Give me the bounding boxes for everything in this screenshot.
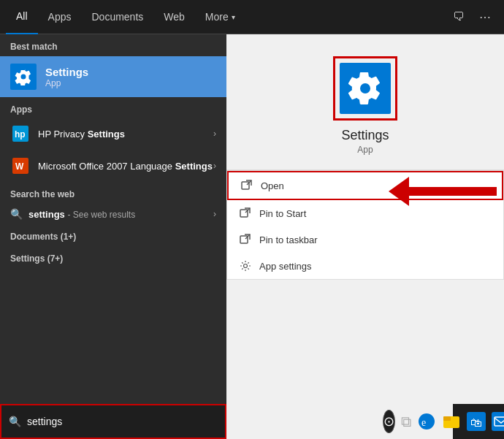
taskbar-explorer[interactable] xyxy=(442,408,461,435)
open-label: Open xyxy=(261,180,284,191)
list-item-ms-office[interactable]: W Microsoft Office 2007 Language Setting… xyxy=(0,150,226,182)
settings-app-icon xyxy=(10,64,37,90)
app-preview-sub: App xyxy=(357,145,373,155)
svg-text:hp: hp xyxy=(15,129,26,140)
apps-section-label: Apps xyxy=(0,97,226,118)
main-container: Best match Settings App Apps hp xyxy=(0,34,504,439)
best-match-sub: App xyxy=(45,78,88,88)
tab-all[interactable]: All xyxy=(6,0,38,34)
tab-more-label: More xyxy=(205,11,229,23)
tab-apps-label: Apps xyxy=(48,11,72,23)
search-web-item[interactable]: 🔍 settings - See web results › xyxy=(0,202,226,226)
taskbar-edge[interactable]: e xyxy=(417,408,436,435)
ms-office-text: Microsoft Office 2007 Language Settings xyxy=(38,161,213,172)
taskbar-store[interactable]: 🛍 xyxy=(467,408,486,435)
pin-taskbar-icon xyxy=(239,233,252,246)
list-item-hp-left: hp HP Privacy Settings xyxy=(10,123,125,144)
app-settings-icon xyxy=(239,259,252,272)
search-web-sub: - See web results xyxy=(67,210,135,220)
list-item-ms-left: W Microsoft Office 2007 Language Setting… xyxy=(10,156,213,176)
taskbar-mail[interactable] xyxy=(492,408,505,435)
more-dropdown-arrow: ▾ xyxy=(232,13,235,21)
search-bar[interactable]: 🔍 settings xyxy=(0,404,226,439)
top-nav: All Apps Documents Web More ▾ 🗨 ⋯ xyxy=(0,0,504,34)
best-match-text: Settings App xyxy=(45,66,88,88)
app-settings-label: App settings xyxy=(259,261,312,272)
search-web-left: 🔍 settings - See web results xyxy=(10,208,135,220)
right-panel: Settings App Open xyxy=(226,34,504,439)
list-item-hp-privacy[interactable]: hp HP Privacy Settings › xyxy=(0,118,226,150)
taskbar-cortana[interactable]: ⊙ xyxy=(383,410,395,433)
taskbar-task-view[interactable]: ⧉ xyxy=(401,408,411,435)
app-preview: Settings App xyxy=(226,34,504,170)
pin-start-label: Pin to Start xyxy=(259,208,306,219)
pin-start-icon xyxy=(239,207,252,220)
documents-count: Documents (1+) xyxy=(0,226,226,248)
search-query: settings xyxy=(28,209,65,220)
pin-to-taskbar-item[interactable]: Pin to taskbar xyxy=(227,226,503,253)
settings-count: Settings (7+) xyxy=(0,248,226,270)
hp-icon: hp xyxy=(10,123,31,144)
app-settings-item[interactable]: App settings xyxy=(227,253,503,279)
svg-text:W: W xyxy=(15,161,24,172)
tab-more[interactable]: More ▾ xyxy=(195,0,245,34)
search-web-text: settings - See web results xyxy=(28,209,135,220)
tab-web[interactable]: Web xyxy=(153,0,195,34)
svg-rect-14 xyxy=(443,416,451,421)
taskbar: ⊙ ⧉ e 🛍 ⚡ R xyxy=(453,404,504,439)
best-match-item[interactable]: Settings App xyxy=(0,56,226,97)
search-web-arrow: › xyxy=(213,209,216,219)
best-match-label: Best match xyxy=(0,34,226,56)
more-options-icon[interactable]: ⋯ xyxy=(472,10,498,24)
search-bar-text: settings xyxy=(27,416,62,427)
search-bar-icon: 🔍 xyxy=(9,416,21,427)
arrow-line xyxy=(409,187,497,196)
feedback-icon[interactable]: 🗨 xyxy=(446,10,472,23)
tab-web-label: Web xyxy=(164,11,185,23)
app-preview-settings-icon xyxy=(340,63,391,114)
tab-documents[interactable]: Documents xyxy=(81,0,153,34)
svg-point-10 xyxy=(244,264,248,268)
search-loop-icon: 🔍 xyxy=(10,208,23,220)
tab-documents-label: Documents xyxy=(91,11,143,23)
red-arrow xyxy=(389,177,497,206)
ms-office-icon: W xyxy=(10,156,31,176)
search-web-label: Search the web xyxy=(0,182,226,202)
open-icon xyxy=(240,179,253,192)
tab-all-label: All xyxy=(16,10,28,22)
app-icon-wrapper xyxy=(333,56,397,121)
best-match-title: Settings xyxy=(45,66,88,78)
left-panel: Best match Settings App Apps hp xyxy=(0,34,226,439)
hp-privacy-text: HP Privacy Settings xyxy=(38,129,125,140)
svg-text:e: e xyxy=(421,417,426,428)
hp-privacy-arrow: › xyxy=(213,129,216,139)
pin-taskbar-label: Pin to taskbar xyxy=(259,234,318,245)
svg-text:🛍: 🛍 xyxy=(470,416,482,429)
tab-apps[interactable]: Apps xyxy=(38,0,82,34)
arrow-head xyxy=(389,177,409,206)
ms-office-arrow: › xyxy=(213,161,216,171)
app-preview-title: Settings xyxy=(341,128,389,143)
